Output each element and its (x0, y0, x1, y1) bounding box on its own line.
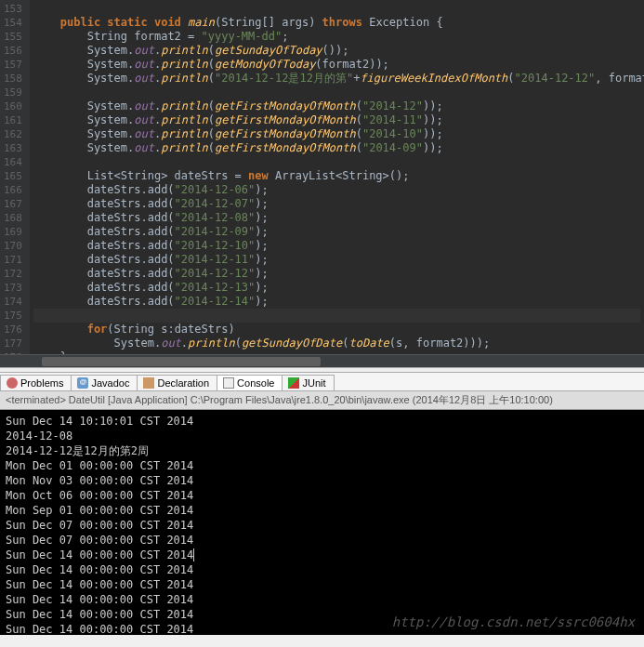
line-number: 154 (4, 16, 22, 30)
line-number: 153 (4, 2, 22, 16)
line-number: 157 (4, 58, 22, 72)
tab-javadoc[interactable]: @Javadoc (71, 375, 138, 390)
tab-problems[interactable]: Problems (0, 375, 72, 390)
line-number: 155 (4, 30, 22, 44)
console-line: Sun Dec 14 00:00:00 CST 2014 (6, 562, 638, 577)
console-line: Mon Oct 06 00:00:00 CST 2014 (6, 488, 638, 503)
line-number: 174 (4, 295, 22, 309)
horizontal-scrollbar[interactable] (0, 354, 644, 367)
console-line: Mon Dec 01 00:00:00 CST 2014 (6, 458, 638, 473)
line-number: 169 (4, 225, 22, 239)
console-line: 2014-12-12是12月的第2周 (6, 443, 638, 458)
line-number: 164 (4, 155, 22, 169)
line-gutter: 1531541551561571581591601611621631641651… (0, 0, 30, 367)
console-icon (223, 377, 234, 389)
console-line: Sun Dec 14 00:00:00 CST 2014 (6, 592, 638, 607)
watermark: http://blog.csdn.net/ssrc0604hx (392, 614, 635, 629)
line-number: 159 (4, 86, 22, 99)
tab-console[interactable]: Console (217, 375, 283, 390)
scrollbar-thumb[interactable] (42, 357, 321, 366)
console-line: Sun Dec 14 10:10:01 CST 2014 (6, 414, 638, 429)
tab-junit[interactable]: JUnit (282, 375, 334, 390)
console-line: Sun Dec 07 00:00:00 CST 2014 (6, 518, 638, 533)
line-number: 163 (4, 141, 22, 155)
code-area[interactable]: public static void main(String[] args) t… (30, 0, 644, 367)
line-number: 168 (4, 211, 22, 225)
line-number: 170 (4, 239, 22, 253)
junit-icon (288, 377, 299, 389)
line-number: 166 (4, 183, 22, 197)
javadoc-icon: @ (77, 377, 88, 389)
line-number: 173 (4, 281, 22, 295)
console-line: Sun Dec 14 00:00:00 CST 2014 (6, 577, 638, 592)
console-line: Mon Sep 01 00:00:00 CST 2014 (6, 503, 638, 518)
console-header: <terminated> DateUtil [Java Application]… (0, 391, 644, 410)
console-output[interactable]: Sun Dec 14 10:10:01 CST 20142014-12-0820… (0, 410, 644, 635)
line-number: 156 (4, 44, 22, 58)
console-line: Sun Dec 07 00:00:00 CST 2014 (6, 533, 638, 548)
view-tabs: Problems @Javadoc Declaration Console JU… (0, 373, 644, 391)
code-editor[interactable]: 1531541551561571581591601611621631641651… (0, 0, 644, 367)
line-number: 177 (4, 337, 22, 350)
line-number: 165 (4, 169, 22, 183)
line-number: 175 (4, 309, 22, 323)
declaration-icon (143, 377, 154, 389)
line-number: 158 (4, 72, 22, 86)
line-number: 176 (4, 323, 22, 337)
line-number: 160 (4, 99, 22, 113)
line-number: 172 (4, 267, 22, 281)
console-line: Sun Dec 14 00:00:00 CST 2014 (6, 548, 638, 562)
console-line: 2014-12-08 (6, 429, 638, 443)
problems-icon (7, 377, 18, 389)
line-number: 162 (4, 127, 22, 141)
line-number: 167 (4, 197, 22, 211)
line-number: 161 (4, 113, 22, 127)
line-number: 171 (4, 253, 22, 267)
tab-declaration[interactable]: Declaration (137, 375, 217, 390)
console-line: Mon Nov 03 00:00:00 CST 2014 (6, 473, 638, 488)
